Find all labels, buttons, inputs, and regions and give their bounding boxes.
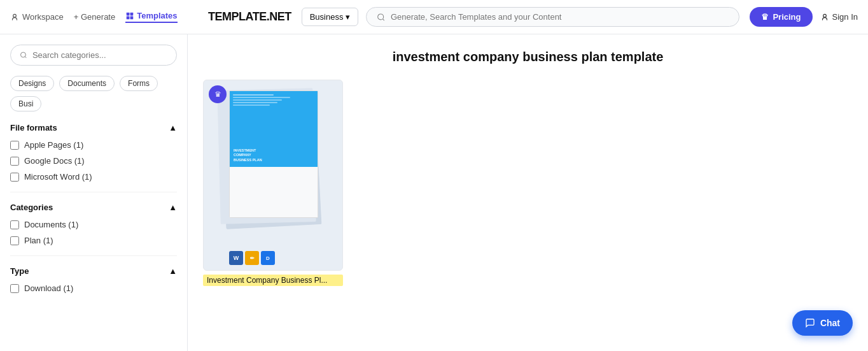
thumb-line-1 [233,94,274,96]
checkbox-documents[interactable] [10,220,19,229]
filter-download: Download (1) [10,283,177,293]
svg-point-7 [823,14,826,17]
svg-point-5 [378,13,384,19]
thumb-line-2 [233,97,290,98]
templates-label: Templates [137,11,177,20]
type-section-header[interactable]: Type ▲ [10,266,177,276]
checkbox-apple-pages[interactable] [10,141,19,150]
apple-pages-label: Apple Pages (1) [24,140,83,150]
categories-label: Categories [10,203,53,212]
workspace-nav-item[interactable]: Workspace [10,12,64,22]
template-label: Investment Company Business Pl... [203,275,343,286]
generate-nav-item[interactable]: + Generate [74,12,115,22]
filter-apple-pages: Apple Pages (1) [10,140,177,150]
filter-tag-designs[interactable]: Designs [10,76,54,91]
plan-label: Plan (1) [24,236,53,245]
file-formats-section-header[interactable]: File formats ▲ [10,123,177,133]
business-dropdown[interactable]: Business ▾ [302,8,359,26]
categories-section-header[interactable]: Categories ▲ [10,203,177,212]
thumb-doc-main: INVESTMENTCOMPANYBUSINESS PLAN [229,90,318,218]
nav-left: Workspace + Generate Templates [10,11,198,23]
filter-plan: Plan (1) [10,236,177,245]
filter-documents: Documents (1) [10,220,177,229]
filter-tag-forms[interactable]: Forms [120,76,158,91]
sidebar: Designs Documents Forms Busi File format… [0,34,188,351]
thumb-line-5 [233,104,270,106]
user-icon [820,13,829,22]
templates-icon [125,11,134,20]
checkbox-plan[interactable] [10,236,19,245]
thumb-line-4 [233,102,277,103]
svg-point-0 [13,14,17,17]
word-icon: W [229,251,243,265]
thumb-doc-body [230,167,318,217]
pricing-button[interactable]: ♛ Pricing [750,7,812,27]
download-label: Download (1) [24,283,73,293]
divider-1 [10,192,177,192]
logo-first: TEMPLATE [208,10,267,23]
search-categories-bar [10,45,177,66]
page-title: investment company business plan templat… [203,50,853,64]
filter-google-docs: Google Docs (1) [10,156,177,166]
search-icon [377,13,385,22]
crown-icon: ♛ [761,12,769,22]
docs-icon: D [261,251,275,265]
checkbox-download[interactable] [10,284,19,293]
crown-badge: ♛ [209,85,227,103]
workspace-label: Workspace [22,12,64,22]
format-icons: W ✏ D [229,251,275,265]
thumb-line-3 [233,99,282,101]
checkbox-google-docs[interactable] [10,157,19,166]
pricing-label: Pricing [773,12,801,22]
pages-icon: ✏ [245,251,259,265]
filter-tags: Designs Documents Forms Busi [10,76,177,111]
svg-rect-1 [127,12,130,15]
chevron-down-icon: ▾ [346,12,350,22]
generate-label: + Generate [74,12,115,22]
thumb-doc-title-text: INVESTMENTCOMPANYBUSINESS PLAN [234,148,262,163]
filter-tag-busi[interactable]: Busi [10,96,41,111]
svg-rect-2 [130,12,134,15]
divider-2 [10,255,177,256]
business-label: Business [310,12,344,22]
chat-icon [805,318,815,328]
search-bar [366,7,739,27]
svg-line-9 [25,57,26,58]
svg-rect-4 [130,16,134,19]
chat-button[interactable]: Chat [792,310,853,336]
chat-label: Chat [820,318,840,328]
logo[interactable]: TEMPLATE.NET [208,10,291,24]
logo-second: NET [269,10,291,23]
type-label: Type [10,266,29,276]
svg-rect-3 [127,16,130,19]
file-formats-label: File formats [10,123,57,133]
svg-line-6 [383,18,384,20]
main-content: investment company business plan templat… [188,34,868,351]
templates-grid: INVESTMENTCOMPANYBUSINESS PLAN ♛ W ✏ D [203,80,853,286]
search-categories-input[interactable] [32,50,167,60]
checkbox-microsoft-word[interactable] [10,173,19,182]
search-input[interactable] [391,12,729,22]
type-chevron: ▲ [169,266,177,276]
file-formats-chevron: ▲ [169,123,177,133]
sign-in-button[interactable]: Sign In [820,12,858,22]
nav-right: ♛ Pricing Sign In [750,7,858,27]
workspace-icon [10,13,19,22]
documents-label: Documents (1) [24,220,78,229]
microsoft-word-label: Microsoft Word (1) [24,172,92,182]
categories-chevron: ▲ [169,203,177,212]
sidebar-search-icon [20,51,27,59]
filter-tag-documents[interactable]: Documents [59,76,115,91]
filter-microsoft-word: Microsoft Word (1) [10,172,177,182]
main-layout: Designs Documents Forms Busi File format… [0,34,868,351]
top-nav: Workspace + Generate Templates TEMPLATE.… [0,0,868,34]
nav-center: Business ▾ [302,7,740,27]
google-docs-label: Google Docs (1) [24,156,85,166]
templates-nav-item[interactable]: Templates [125,11,177,23]
template-thumbnail: INVESTMENTCOMPANYBUSINESS PLAN ♛ W ✏ D [203,80,343,271]
crown-icon: ♛ [214,90,221,99]
thumb-doc-header: INVESTMENTCOMPANYBUSINESS PLAN [230,91,318,167]
svg-point-8 [20,52,25,57]
sign-in-label: Sign In [832,12,858,22]
template-card[interactable]: INVESTMENTCOMPANYBUSINESS PLAN ♛ W ✏ D [203,80,343,286]
